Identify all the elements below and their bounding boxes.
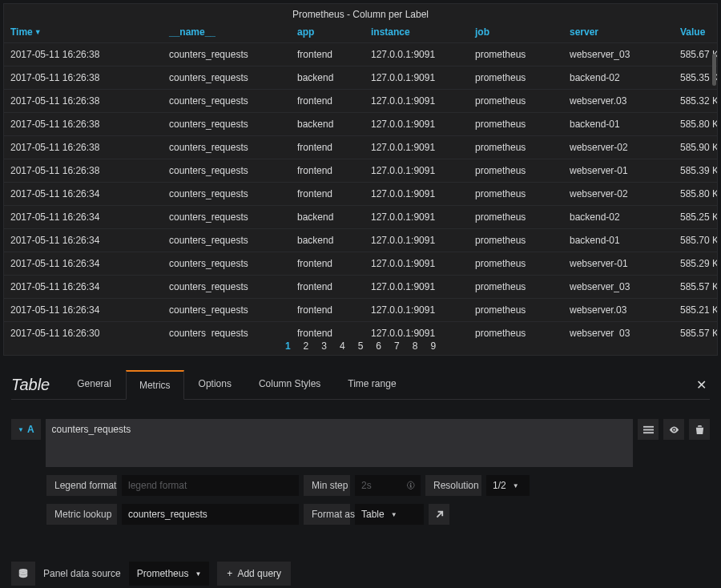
cell-server: webserver_03: [563, 276, 674, 299]
column-header-value[interactable]: Value: [674, 22, 717, 43]
menu-icon[interactable]: [638, 419, 659, 440]
svg-point-4: [19, 569, 28, 572]
trash-icon[interactable]: [689, 419, 710, 440]
cell-instance: 127.0.0.1:9091: [365, 276, 469, 299]
table-row[interactable]: 2017-05-11 16:26:38counters_requestsfron…: [4, 90, 717, 113]
column-header-server[interactable]: server: [563, 22, 674, 43]
column-header-app[interactable]: app: [291, 22, 365, 43]
cell-value: 585.80 K: [674, 113, 717, 136]
editor-tabs: GeneralMetricsOptionsColumn StylesTime r…: [64, 370, 409, 400]
table-row[interactable]: 2017-05-11 16:26:38counters_requestsback…: [4, 66, 717, 90]
tab-general[interactable]: General: [64, 370, 124, 400]
panel-title[interactable]: Prometheus - Column per Label: [4, 4, 717, 22]
caret-down-icon: ▼: [18, 426, 24, 433]
table-row[interactable]: 2017-05-11 16:26:34counters_requestsfron…: [4, 299, 717, 322]
cell-value: 585.90 K: [674, 136, 717, 159]
cell-instance: 127.0.0.1:9091: [365, 43, 469, 66]
cell-value: 585.57 K: [674, 276, 717, 299]
add-query-button[interactable]: + Add query: [217, 562, 291, 586]
table-row[interactable]: 2017-05-11 16:26:34counters_requestsback…: [4, 206, 717, 229]
min-step-label: Min step: [304, 475, 350, 496]
column-header-time[interactable]: Time▼: [4, 22, 163, 43]
data-table: Time▼__name__appinstancejobserverValue 2…: [4, 22, 717, 338]
page-7[interactable]: 7: [388, 340, 406, 352]
cell-app: frontend: [291, 43, 365, 66]
table-row[interactable]: 2017-05-11 16:26:34counters_requestsfron…: [4, 276, 717, 299]
tab-time-range[interactable]: Time range: [335, 370, 409, 400]
cell-server: webserver_03: [563, 43, 674, 66]
cell-name: counters_requests: [163, 252, 291, 276]
table-row[interactable]: 2017-05-11 16:26:34counters_requestsfron…: [4, 252, 717, 276]
column-header-name[interactable]: __name__: [163, 22, 291, 43]
cell-job: prometheus: [469, 43, 563, 66]
cell-time: 2017-05-11 16:26:30: [4, 322, 163, 339]
caret-down-icon: ▼: [195, 570, 201, 578]
column-header-instance[interactable]: instance: [365, 22, 469, 43]
page-4[interactable]: 4: [333, 340, 352, 352]
cell-server: webserver-02: [563, 183, 674, 206]
metric-lookup-input[interactable]: [122, 504, 299, 525]
caret-down-icon: ▼: [513, 482, 519, 489]
cell-value: 585.25 K: [674, 206, 717, 229]
cell-job: prometheus: [469, 159, 563, 183]
page-9[interactable]: 9: [424, 340, 442, 352]
legend-format-input[interactable]: [122, 475, 299, 496]
svg-point-3: [673, 429, 675, 430]
datasource-label: Panel data source: [43, 568, 121, 579]
page-6[interactable]: 6: [369, 340, 388, 352]
cell-app: backend: [291, 113, 365, 136]
table-row[interactable]: 2017-05-11 16:26:38counters_requestsback…: [4, 113, 717, 136]
cell-value: 585.35 K: [674, 66, 717, 90]
resolution-select[interactable]: 1/2 ▼: [486, 475, 530, 496]
table-row[interactable]: 2017-05-11 16:26:30counters_requestsfron…: [4, 322, 717, 339]
table-row[interactable]: 2017-05-11 16:26:38counters_requestsfron…: [4, 159, 717, 183]
table-row[interactable]: 2017-05-11 16:26:38counters_requestsfron…: [4, 136, 717, 159]
cell-job: prometheus: [469, 229, 563, 252]
info-icon[interactable]: 🛈: [405, 475, 421, 496]
query-row-toggle[interactable]: ▼ A: [11, 419, 41, 440]
cell-job: prometheus: [469, 113, 563, 136]
table-row[interactable]: 2017-05-11 16:26:38counters_requestsfron…: [4, 43, 717, 66]
cell-server: backend-02: [563, 206, 674, 229]
cell-time: 2017-05-11 16:26:38: [4, 136, 163, 159]
scrollbar[interactable]: [712, 54, 716, 338]
tab-options[interactable]: Options: [186, 370, 244, 400]
datasource-select[interactable]: Prometheus ▼: [129, 562, 210, 586]
cell-server: backend-01: [563, 229, 674, 252]
cell-job: prometheus: [469, 276, 563, 299]
plus-icon: +: [227, 568, 232, 579]
cell-app: frontend: [291, 159, 365, 183]
table-row[interactable]: 2017-05-11 16:26:34counters_requestsfron…: [4, 183, 717, 206]
tab-column-styles[interactable]: Column Styles: [246, 370, 333, 400]
page-1[interactable]: 1: [279, 340, 297, 352]
external-link-icon[interactable]: [429, 504, 449, 525]
page-8[interactable]: 8: [406, 340, 425, 352]
page-2[interactable]: 2: [297, 340, 316, 352]
tab-metrics[interactable]: Metrics: [126, 370, 184, 400]
cell-name: counters_requests: [163, 276, 291, 299]
page-5[interactable]: 5: [352, 340, 370, 352]
cell-app: backend: [291, 206, 365, 229]
cell-server: webserver-01: [563, 252, 674, 276]
eye-icon[interactable]: [663, 419, 684, 440]
table-row[interactable]: 2017-05-11 16:26:34counters_requestsback…: [4, 229, 717, 252]
cell-time: 2017-05-11 16:26:38: [4, 66, 163, 90]
datasource-icon[interactable]: [11, 562, 35, 586]
query-expression-input[interactable]: [46, 419, 633, 467]
cell-value: 585.29 K: [674, 252, 717, 276]
cell-value: 585.80 K: [674, 183, 717, 206]
cell-instance: 127.0.0.1:9091: [365, 229, 469, 252]
column-header-job[interactable]: job: [469, 22, 563, 43]
cell-time: 2017-05-11 16:26:34: [4, 299, 163, 322]
cell-app: frontend: [291, 90, 365, 113]
page-3[interactable]: 3: [315, 340, 333, 352]
cell-time: 2017-05-11 16:26:38: [4, 90, 163, 113]
cell-instance: 127.0.0.1:9091: [365, 90, 469, 113]
cell-name: counters_requests: [163, 90, 291, 113]
close-icon[interactable]: ✕: [696, 377, 707, 393]
cell-server: webserver.03: [563, 299, 674, 322]
cell-value: 585.32 K: [674, 90, 717, 113]
min-step-input[interactable]: [355, 475, 405, 496]
cell-value: 585.21 K: [674, 299, 717, 322]
format-as-select[interactable]: Table ▼: [355, 504, 424, 525]
